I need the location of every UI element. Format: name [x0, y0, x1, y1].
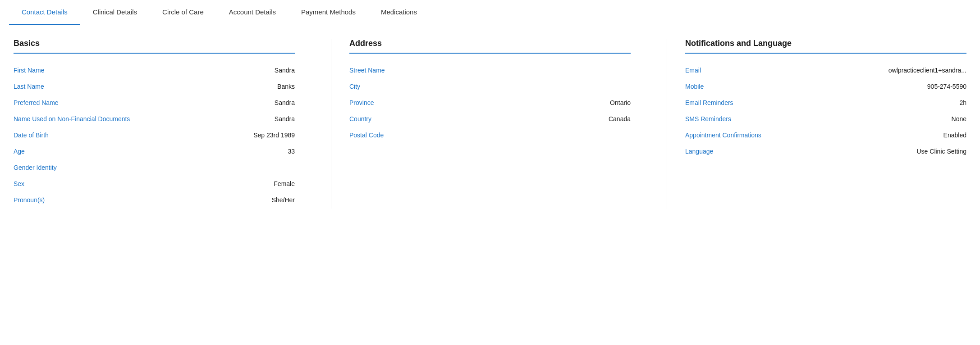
field-email: Email owlpracticeclient1+sandra... [685, 63, 966, 79]
field-email-reminders: Email Reminders 2h [685, 95, 966, 111]
tab-bar: Contact Details Clinical Details Circle … [0, 0, 980, 25]
label-sex[interactable]: Sex [14, 180, 24, 189]
tab-circle-of-care[interactable]: Circle of Care [150, 0, 216, 25]
label-dob[interactable]: Date of Birth [14, 131, 49, 140]
value-email: owlpracticeclient1+sandra... [701, 66, 966, 75]
field-pronouns: Pronoun(s) She/Her [14, 192, 295, 209]
field-language: Language Use Clinic Setting [685, 144, 966, 160]
notifications-column: Notifications and Language Email owlprac… [685, 39, 966, 209]
field-dob: Date of Birth Sep 23rd 1989 [14, 127, 295, 144]
label-sms-reminders[interactable]: SMS Reminders [685, 115, 731, 124]
label-first-name[interactable]: First Name [14, 66, 44, 75]
value-language: Use Clinic Setting [713, 147, 966, 156]
label-country[interactable]: Country [349, 115, 371, 124]
divider-2 [667, 39, 667, 209]
label-age[interactable]: Age [14, 147, 25, 156]
value-sms-reminders: None [731, 115, 966, 124]
label-preferred-name[interactable]: Preferred Name [14, 99, 59, 108]
value-non-financial-name: Sandra [130, 115, 295, 124]
field-preferred-name: Preferred Name Sandra [14, 95, 295, 111]
field-gender-identity: Gender Identity [14, 160, 295, 176]
value-email-reminders: 2h [733, 99, 966, 108]
label-mobile[interactable]: Mobile [685, 82, 704, 91]
label-language[interactable]: Language [685, 147, 713, 156]
tab-payment-methods[interactable]: Payment Methods [289, 0, 368, 25]
value-preferred-name: Sandra [59, 99, 295, 108]
label-postal-code[interactable]: Postal Code [349, 131, 384, 140]
basics-column: Basics First Name Sandra Last Name Banks… [14, 39, 313, 209]
notifications-title: Notifications and Language [685, 39, 966, 54]
label-gender-identity[interactable]: Gender Identity [14, 163, 57, 172]
address-column: Address Street Name City Province Ontari… [349, 39, 649, 209]
value-province: Ontario [374, 99, 631, 108]
address-title: Address [349, 39, 631, 54]
label-city[interactable]: City [349, 82, 360, 91]
field-sex: Sex Female [14, 176, 295, 192]
label-province[interactable]: Province [349, 99, 374, 108]
field-province: Province Ontario [349, 95, 631, 111]
label-email[interactable]: Email [685, 66, 701, 75]
tab-clinical-details[interactable]: Clinical Details [80, 0, 150, 25]
field-non-financial-name: Name Used on Non-Financial Documents San… [14, 111, 295, 127]
field-appointment-confirmations: Appointment Confirmations Enabled [685, 127, 966, 144]
field-country: Country Canada [349, 111, 631, 127]
value-age: 33 [25, 147, 295, 156]
basics-title: Basics [14, 39, 295, 54]
field-city: City [349, 79, 631, 95]
value-appointment-confirmations: Enabled [761, 131, 966, 140]
field-mobile: Mobile 905-274-5590 [685, 79, 966, 95]
field-last-name: Last Name Banks [14, 79, 295, 95]
field-sms-reminders: SMS Reminders None [685, 111, 966, 127]
label-email-reminders[interactable]: Email Reminders [685, 99, 733, 108]
label-non-financial-name[interactable]: Name Used on Non-Financial Documents [14, 115, 130, 124]
value-pronouns: She/Her [45, 196, 295, 205]
value-country: Canada [371, 115, 631, 124]
value-dob: Sep 23rd 1989 [49, 131, 295, 140]
content-area: Basics First Name Sandra Last Name Banks… [0, 25, 980, 222]
divider-1 [331, 39, 331, 209]
label-appointment-confirmations[interactable]: Appointment Confirmations [685, 131, 761, 140]
field-postal-code: Postal Code [349, 127, 631, 144]
value-last-name: Banks [44, 82, 295, 91]
tab-medications[interactable]: Medications [368, 0, 430, 25]
field-first-name: First Name Sandra [14, 63, 295, 79]
tab-contact-details[interactable]: Contact Details [9, 0, 80, 25]
field-street-name: Street Name [349, 63, 631, 79]
label-last-name[interactable]: Last Name [14, 82, 44, 91]
value-mobile: 905-274-5590 [704, 82, 966, 91]
label-street-name[interactable]: Street Name [349, 66, 385, 75]
value-first-name: Sandra [44, 66, 295, 75]
value-sex: Female [24, 180, 295, 189]
field-age: Age 33 [14, 144, 295, 160]
tab-account-details[interactable]: Account Details [216, 0, 289, 25]
label-pronouns[interactable]: Pronoun(s) [14, 196, 45, 205]
